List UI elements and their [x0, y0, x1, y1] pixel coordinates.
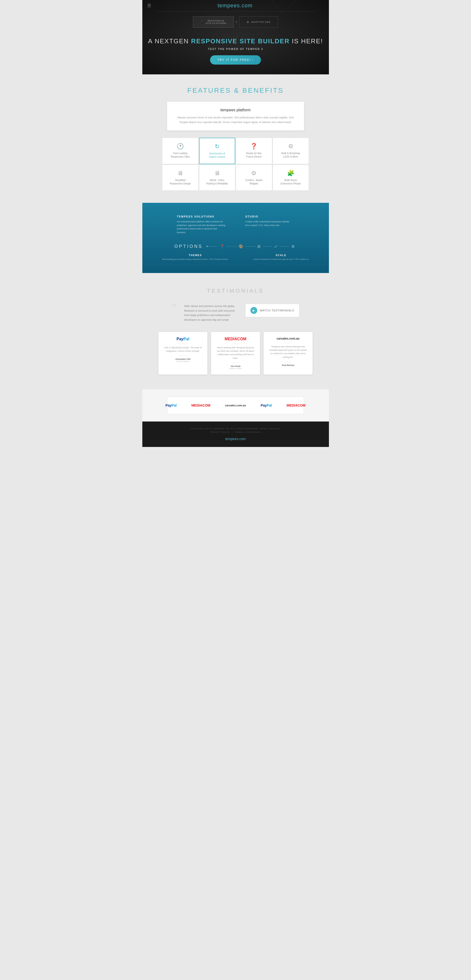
card-quote: This is ridiculously simple. The ease of… [163, 346, 202, 353]
footer-logos-section: PayPal MEDIACOM carsales.com.au PayPal M… [142, 389, 329, 422]
card-divider [285, 362, 292, 362]
card-divider [232, 344, 239, 344]
settings-icon: ⚙ [289, 244, 297, 249]
site-header: ☰ tempees.com 📱 RESPONSIVE SITE PLATFORM… [142, 0, 329, 74]
options-top-cols: TEMPEES SOLUTIONS Our enterpriseclass pl… [152, 215, 319, 234]
themes-desc: Start building your website using a resp… [162, 258, 229, 261]
strip-logo-mediacom2: MEDIACOM [286, 403, 306, 407]
card-quote: We're working with Tempees because we th… [216, 346, 255, 360]
design-icon: 🖥 [165, 170, 196, 177]
feature-bootstrap[interactable]: ⚙ Built In BootstrapLESS & More [273, 138, 309, 164]
expand-icon: ⤢ [272, 244, 279, 249]
testimonials-title: TESTIMONIALS [152, 288, 319, 294]
card-divider [179, 344, 186, 344]
card-divider [179, 356, 186, 356]
scale-option: SCALE Launch thousands of responsive sit… [253, 254, 309, 261]
feature-label: Synchronize &Import Content [202, 152, 232, 159]
tempees-solutions-col: TEMPEES SOLUTIONS Our enterpriseclass pl… [177, 215, 226, 234]
strip-logo-paypal1: PayPal [165, 403, 177, 407]
studio-title: STUDIO [245, 215, 294, 218]
feature-hosting[interactable]: 🖥 World - ClassHosting & Reliability [199, 165, 236, 191]
studio-col: STUDIO Create a fully customized respons… [245, 215, 294, 234]
location-icon: 📍 [218, 244, 227, 249]
feature-label: Built In BootstrapLESS & More [275, 152, 306, 159]
terms-link[interactable]: TERMS & CONDITIONS [235, 431, 261, 433]
product-tabs: 📱 RESPONSIVE SITE PLATFORM + ⚙ ADAPTIVE … [184, 16, 287, 28]
scale-desc: Launch thousands of responsive sites all… [253, 258, 309, 261]
cms-icon: ⚙ [247, 21, 249, 24]
feature-label: Ready for AnyFuture Device [239, 152, 269, 159]
site-footer: COPYRIGHT 2013 © TEMPEES LTD. ALL RIGHTS… [142, 422, 329, 447]
strip-logo-carsales: carsales.com.au [225, 404, 246, 407]
solutions-desc: Our enterpriseclass platform offers solu… [177, 220, 226, 234]
testimonial-card-paypal: PayPal This is ridiculously simple. The … [159, 332, 207, 375]
studio-desc: Create a fully customized responsive web… [245, 220, 294, 227]
card-logo: PayPal [163, 337, 202, 341]
solutions-title: TEMPEES SOLUTIONS [177, 215, 226, 218]
privacy-link[interactable]: PRIVACY POLICY [210, 431, 230, 433]
feature-simplified-design[interactable]: 🖥 SimplifiedResponsive Design [162, 165, 199, 191]
feature-synchronize[interactable]: ↻ Synchronize &Import Content [199, 138, 236, 164]
cta-button[interactable]: TRY IT FOR FREE! › [210, 55, 261, 65]
card-logo: carsales.com.au [269, 337, 308, 340]
clock-icon: 🕐 [165, 143, 196, 150]
mobile-icon: 📱 [200, 21, 204, 24]
card-reviewer: Jon Hook [216, 365, 255, 368]
card-quote: Tempees was chosen because the template … [269, 345, 308, 359]
platform-title: tempees platform [177, 108, 294, 112]
themes-title: THEMES [162, 254, 229, 257]
card-divider [285, 343, 292, 343]
watch-testimonials-button[interactable]: ▶ WATCH TESTIMONIALS [245, 304, 299, 317]
scale-title: SCALE [253, 254, 309, 257]
features-grid: 🕐 Fast LoadingResponsive Sites ↻ Synchro… [162, 138, 309, 191]
feature-label: SimplifiedResponsive Design [165, 178, 196, 185]
feature-future-device[interactable]: ❓ Ready for AnyFuture Device [236, 138, 272, 164]
features-title: FEATURES & BENEFITS [152, 87, 319, 94]
device-icon: ❓ [239, 143, 269, 150]
features-section: FEATURES & BENEFITS tempees platform Alq… [142, 74, 329, 203]
feature-label: Fast LoadingResponsive Sites [165, 152, 196, 159]
card-reviewer-title: Head of Mobile [163, 360, 202, 363]
testimonial-card-mediacom: MEDIACOM We're working with Tempees beca… [211, 332, 260, 375]
testimonial-cards: PayPal This is ridiculously simple. The … [152, 332, 319, 375]
quote-mark-icon: " [172, 301, 177, 316]
footer-links: PRIVACY POLICY | TERMS & CONDITIONS [152, 431, 319, 433]
hero-subtitle: TEST THE POWER OF TEMPER 3 [147, 48, 324, 50]
tab-adaptive-cms[interactable]: ⚙ ADAPTIVE CMS [239, 16, 278, 28]
hero-title: A NEXTGEN RESPONSIVE SITE BUILDER IS HER… [147, 37, 324, 45]
bootstrap-icon: ⚙ [275, 143, 306, 150]
main-quote-text: With clients and partners across the glo… [184, 304, 238, 322]
feature-extensions[interactable]: 🧩 Build SomeExtensions Please [273, 165, 309, 191]
hero-section: A NEXTGEN RESPONSIVE SITE BUILDER IS HER… [142, 33, 329, 74]
testimonial-card-carsales: carsales.com.au Tempees was chosen becau… [264, 332, 312, 375]
feature-widgets[interactable]: ⚙ Content - AwareWidgets [236, 165, 272, 191]
strip-logo-paypal2: PayPal [261, 403, 272, 407]
hosting-icon: 🖥 [202, 170, 233, 177]
card-reviewer-title: Head of Video [216, 368, 255, 370]
plus-divider: + [234, 16, 239, 28]
hamburger-icon[interactable]: ☰ [147, 3, 151, 8]
footer-copyright: COPYRIGHT 2013 © TEMPEES LTD. ALL RIGHTS… [152, 428, 319, 430]
grid-icon: ⊞ [255, 244, 263, 249]
feature-label: Build SomeExtensions Please [275, 178, 306, 185]
tab-responsive-site[interactable]: 📱 RESPONSIVE SITE PLATFORM [193, 16, 234, 28]
testimonials-section: TESTIMONIALS " With clients and partners… [142, 273, 329, 389]
card-logo: MEDIACOM [216, 337, 255, 341]
platform-desc: Alquam posuere lorem id erat iaculis imp… [177, 115, 294, 124]
play-icon: ▶ [250, 307, 257, 314]
palette-icon: 🎨 [237, 244, 245, 249]
logo-strip: PayPal MEDIACOM carsales.com.au PayPal M… [167, 396, 304, 414]
feature-label: Content - AwareWidgets [239, 178, 269, 185]
feature-fast-loading[interactable]: 🕐 Fast LoadingResponsive Sites [162, 138, 199, 164]
puzzle-icon: 🧩 [275, 170, 306, 177]
strip-logo-mediacom1: MEDIACOM [191, 403, 210, 407]
widget-icon: ⚙ [239, 170, 269, 177]
top-nav: ☰ tempees.com [142, 0, 329, 11]
sync-icon: ↻ [202, 143, 232, 150]
testimonials-main: " With clients and partners across the g… [152, 304, 319, 322]
card-reviewer: Alexander Peh [163, 358, 202, 360]
site-logo: tempees.com [217, 2, 252, 9]
card-reviewer: Paul Barlow [269, 364, 308, 366]
bottom-labels: THEMES Start building your website using… [152, 254, 319, 261]
options-label: OPTIONS [174, 244, 203, 249]
